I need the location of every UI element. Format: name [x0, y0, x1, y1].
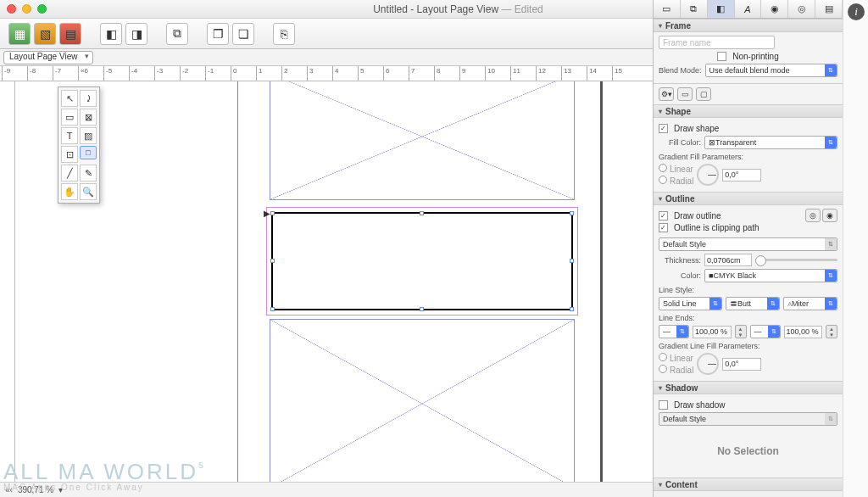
- draw-outline-checkbox[interactable]: ✓: [659, 211, 668, 221]
- no-selection-label: No Selection: [659, 428, 837, 474]
- tool-palette[interactable]: ↖ ⤸ ▭ ⊠ T ▨ ⊡ □ ╱ ✎ ✋ 🔍: [58, 87, 100, 204]
- ruler-tick: 7: [409, 66, 415, 81]
- ruler-tick: -9: [2, 66, 10, 81]
- resize-handle-n[interactable]: [420, 211, 424, 215]
- tool-a-icon[interactable]: ◧: [100, 23, 122, 45]
- inspector-tab-3[interactable]: ◧: [708, 0, 735, 18]
- gear-menu-icon[interactable]: ⚙▾: [659, 87, 674, 101]
- nav-arrows[interactable]: «‹: [5, 485, 13, 494]
- info-button[interactable]: i: [848, 3, 865, 20]
- shadow-section-header[interactable]: Shadow: [654, 381, 843, 394]
- outline-angle-dial[interactable]: [697, 353, 719, 375]
- zoom-value[interactable]: 390,71 %: [18, 485, 53, 494]
- tool-e-icon[interactable]: ❏: [232, 23, 254, 45]
- ruler-tick: 12: [536, 66, 546, 81]
- resize-handle-nw[interactable]: [270, 211, 275, 215]
- shape-rect-icon[interactable]: ▭: [677, 87, 693, 101]
- tool-c-icon[interactable]: ⧉: [166, 23, 188, 45]
- page-red-icon[interactable]: ▤: [59, 23, 81, 45]
- outline-pos-b-icon[interactable]: ◉: [822, 209, 837, 222]
- ruler-tick: 3: [307, 66, 313, 81]
- shadow-style-select[interactable]: Default Style⇅: [659, 412, 837, 426]
- nonprinting-checkbox[interactable]: [717, 52, 726, 61]
- rotate-tool[interactable]: ⤸: [80, 90, 97, 107]
- linestyle-select[interactable]: Solid Line⇅: [659, 297, 722, 310]
- resize-handle-ne[interactable]: [570, 211, 574, 215]
- shape-section-header[interactable]: Shape: [654, 104, 843, 118]
- pointer-tool[interactable]: ↖: [61, 90, 78, 107]
- image-tool[interactable]: ▨: [80, 127, 97, 144]
- clipping-checkbox[interactable]: ✓: [659, 223, 668, 232]
- lineend-b-select[interactable]: —⇅: [750, 325, 781, 338]
- outline-radial-radio[interactable]: [659, 365, 667, 373]
- frame-name-input[interactable]: [659, 36, 775, 49]
- outline-section-header[interactable]: Outline: [654, 192, 843, 205]
- shape-angle-value[interactable]: 0,0°: [722, 169, 761, 181]
- thickness-slider[interactable]: [755, 259, 837, 261]
- linecap-select[interactable]: 〓 Butt⇅: [726, 297, 780, 310]
- text-tool[interactable]: T: [61, 127, 78, 144]
- resize-handle-s[interactable]: [420, 307, 424, 311]
- zoom-tool[interactable]: 🔍: [80, 183, 97, 200]
- inspector-tab-text[interactable]: A: [735, 0, 762, 18]
- ruler-tick: 5: [358, 66, 364, 81]
- outline-angle-value[interactable]: 0,0°: [722, 358, 761, 371]
- resize-handle-e[interactable]: [570, 259, 574, 263]
- draw-shape-checkbox[interactable]: ✓: [659, 124, 668, 133]
- hand-tool[interactable]: ✋: [61, 183, 78, 200]
- shape-section: ✓Draw shape Fill Color: ⊠ Transparent⇅ G…: [654, 118, 843, 192]
- ruler-tick: 11: [510, 66, 520, 81]
- inspector-tab-6[interactable]: ◎: [788, 0, 815, 18]
- outline-pos-a-icon[interactable]: ◎: [805, 209, 821, 222]
- inspector-tab-2[interactable]: ⧉: [681, 0, 708, 18]
- lineend-a-value[interactable]: 100,00 %: [693, 326, 732, 338]
- page-green-icon[interactable]: ▦: [8, 23, 31, 45]
- linejoin-select[interactable]: ⟑ Miter⇅: [783, 297, 837, 310]
- pen-tool[interactable]: ✎: [80, 165, 97, 181]
- frame-tool[interactable]: ▭: [61, 109, 78, 126]
- angle-dial[interactable]: [697, 164, 719, 186]
- lineend-a-select[interactable]: —⇅: [659, 325, 689, 338]
- page-orange-icon[interactable]: ▧: [34, 23, 56, 45]
- ruler-tick: 0: [231, 66, 236, 81]
- linear-radio[interactable]: [659, 164, 667, 172]
- rectangle-tool[interactable]: □: [80, 146, 97, 159]
- shape-rounded-icon[interactable]: ▢: [696, 87, 711, 101]
- content-section-header[interactable]: Content: [654, 477, 843, 491]
- placeholder-frame-bottom[interactable]: [270, 319, 575, 489]
- outline-style-select[interactable]: Default Style⇅: [659, 237, 837, 251]
- lineend-b-value[interactable]: 100,00 %: [784, 326, 823, 338]
- vertical-ruler[interactable]: [0, 81, 15, 497]
- blend-mode-select[interactable]: Use default blend mode⇅: [705, 64, 837, 77]
- thickness-input[interactable]: 0,0706cm: [704, 254, 752, 266]
- minimize-window-button[interactable]: [22, 4, 31, 14]
- resize-handle-sw[interactable]: [270, 307, 275, 311]
- selected-frame[interactable]: [271, 212, 573, 310]
- resize-handle-se[interactable]: [570, 307, 574, 311]
- line-tool[interactable]: ╱: [61, 165, 78, 181]
- tool-d-icon[interactable]: ❐: [207, 23, 229, 45]
- tool-b-icon[interactable]: ◨: [125, 23, 147, 45]
- zoom-dropdown-icon[interactable]: ▾: [58, 485, 63, 494]
- inspector-tab-7[interactable]: ▤: [815, 0, 843, 18]
- resize-handle-w[interactable]: [270, 259, 275, 263]
- frame-x-tool[interactable]: ⊠: [80, 109, 97, 126]
- close-window-button[interactable]: [7, 4, 16, 14]
- inspector-tab-5[interactable]: ◉: [761, 0, 788, 18]
- lineend-b-stepper[interactable]: ▲▼: [826, 325, 837, 338]
- crop-tool[interactable]: ⊡: [61, 146, 78, 163]
- lineend-a-stepper[interactable]: ▲▼: [735, 325, 747, 338]
- view-mode-label: Layout Page View: [9, 52, 77, 61]
- outline-color-select[interactable]: ■ CMYK Black⇅: [704, 269, 837, 282]
- view-mode-select[interactable]: Layout Page View: [3, 51, 93, 64]
- tool-f-icon[interactable]: ⎘: [273, 23, 295, 45]
- zoom-window-button[interactable]: [37, 4, 47, 14]
- outline-linear-radio[interactable]: [659, 353, 667, 361]
- fill-color-select[interactable]: ⊠ Transparent⇅: [704, 136, 837, 149]
- inspector-tab-1[interactable]: ▭: [654, 0, 681, 18]
- draw-shadow-checkbox[interactable]: [659, 400, 668, 410]
- canvas[interactable]: ▶ ↖ ⤸ ▭ ⊠ T ▨ ⊡ □ ╱ ✎ ✋: [15, 81, 653, 497]
- placeholder-frame-top[interactable]: [270, 81, 575, 200]
- radial-radio[interactable]: [659, 176, 667, 184]
- frame-section-header[interactable]: Frame: [654, 19, 843, 32]
